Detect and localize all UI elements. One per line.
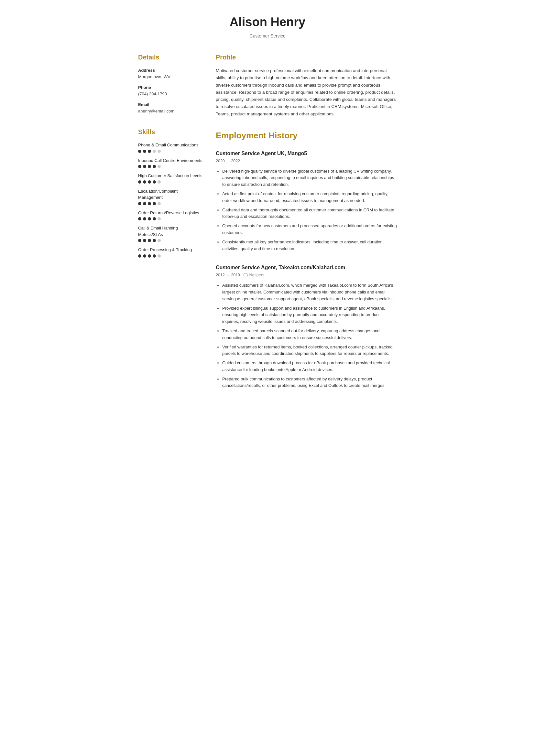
skill-name: Escalation/Complaint Management xyxy=(138,188,203,201)
job-period: 2012 — 2019 xyxy=(216,272,240,278)
jobs-container: Customer Service Agent UK, Mango52020 — … xyxy=(216,149,397,389)
skill-dot xyxy=(157,149,161,153)
skill-dot xyxy=(148,149,151,153)
job-meta: 2020 — 2022 xyxy=(216,158,397,164)
skill-dot xyxy=(148,217,151,220)
skill-dot xyxy=(157,202,161,205)
skill-dots xyxy=(138,149,203,153)
profile-title: Profile xyxy=(216,52,397,62)
skill-dot xyxy=(148,202,151,205)
skill-dot xyxy=(153,165,156,168)
job-bullets: Assisted customers of Kalahari.com, whic… xyxy=(216,282,397,389)
job-bullet: Guided customers through download proces… xyxy=(222,360,397,373)
job-bullet: Gathered data and thoroughly documented … xyxy=(222,207,397,220)
job-bullet: Opened accounts for new customers and pr… xyxy=(222,223,397,236)
resume-page: Alison Henry Customer Service Details Ad… xyxy=(122,0,413,414)
skill-dot xyxy=(157,255,161,257)
detail-phone: Phone (704) 394-1793 xyxy=(138,84,203,97)
detail-address-label: Address xyxy=(138,67,203,74)
skill-item: Phone & Email Communications xyxy=(138,142,203,153)
skill-item: High Customer Satisfaction Levels xyxy=(138,173,203,184)
job-bullets: Delivered high-quality service to divers… xyxy=(216,168,397,253)
job-meta: 2012 — 2019◯ Naspers xyxy=(216,272,397,278)
skill-dots xyxy=(138,180,203,184)
skill-dot xyxy=(143,180,146,184)
details-title: Details xyxy=(138,52,203,62)
skill-dot xyxy=(157,239,161,242)
skill-dot xyxy=(157,165,161,168)
skill-dot xyxy=(153,255,156,257)
skill-dot xyxy=(153,239,156,242)
details-section: Details Address Morgantown, WV Phone (70… xyxy=(138,52,203,114)
company-badge: ◯ Naspers xyxy=(243,272,264,278)
skill-dot xyxy=(138,217,141,220)
job-bullet: Consistently met all key performance ind… xyxy=(222,239,397,253)
skill-dot xyxy=(138,180,141,184)
skill-dot xyxy=(153,149,156,153)
header: Alison Henry Customer Service xyxy=(138,13,397,40)
job-item: Customer Service Agent, Takealot.com/Kal… xyxy=(216,264,397,389)
job-item: Customer Service Agent UK, Mango52020 — … xyxy=(216,149,397,253)
skill-dot xyxy=(148,239,151,242)
skills-title: Skills xyxy=(138,127,203,137)
skill-dot xyxy=(138,239,141,242)
skill-dot xyxy=(148,255,151,257)
skill-name: Order Returns/Reverse Logistics xyxy=(138,210,203,216)
right-column: Profile Motivated customer service profe… xyxy=(216,52,397,401)
skill-dots xyxy=(138,217,203,220)
profile-text: Motivated customer service professional … xyxy=(216,67,397,118)
skill-dot xyxy=(143,255,146,257)
skill-dot xyxy=(138,202,141,205)
detail-email-value: ahenry@email.com xyxy=(138,108,203,114)
skill-item: Order Returns/Reverse Logistics xyxy=(138,210,203,221)
profile-section: Profile Motivated customer service profe… xyxy=(216,52,397,118)
skill-dot xyxy=(143,217,146,220)
detail-email: Email ahenry@email.com xyxy=(138,101,203,114)
skills-section: Skills Phone & Email CommunicationsInbou… xyxy=(138,127,203,257)
skill-dots xyxy=(138,255,203,257)
skill-name: Call & Email Handing Metrics/SLAs xyxy=(138,225,203,237)
detail-address-value: Morgantown, WV xyxy=(138,74,203,80)
job-title: Customer Service Agent, Takealot.com/Kal… xyxy=(216,264,397,272)
candidate-name: Alison Henry xyxy=(138,13,397,31)
skill-item: Escalation/Complaint Management xyxy=(138,188,203,205)
skill-dot xyxy=(157,180,161,184)
skill-dot xyxy=(153,180,156,184)
job-bullet: Provided expert bilingual support and as… xyxy=(222,305,397,325)
skill-name: Phone & Email Communications xyxy=(138,142,203,148)
skill-dot xyxy=(143,149,146,153)
skill-dots xyxy=(138,165,203,168)
skill-dot xyxy=(148,180,151,184)
skill-dot xyxy=(157,217,161,220)
job-bullet: Acted as first point-of-contact for reso… xyxy=(222,191,397,204)
job-period: 2020 — 2022 xyxy=(216,158,240,164)
job-bullet: Verified warranties for returned items, … xyxy=(222,344,397,358)
job-title: Customer Service Agent UK, Mango5 xyxy=(216,149,397,157)
detail-phone-label: Phone xyxy=(138,84,203,91)
skill-name: High Customer Satisfaction Levels xyxy=(138,173,203,179)
skills-container: Phone & Email CommunicationsInbound Call… xyxy=(138,142,203,257)
skill-dot xyxy=(138,255,141,257)
job-bullet: Assisted customers of Kalahari.com, whic… xyxy=(222,282,397,302)
skill-dot xyxy=(143,202,146,205)
skill-dot xyxy=(143,239,146,242)
detail-email-label: Email xyxy=(138,101,203,108)
skill-dot xyxy=(138,149,141,153)
skill-name: Inbound Call Centre Environments xyxy=(138,157,203,164)
candidate-subtitle: Customer Service xyxy=(138,33,397,40)
skill-dot xyxy=(143,165,146,168)
employment-title: Employment History xyxy=(216,129,397,142)
main-content: Details Address Morgantown, WV Phone (70… xyxy=(138,52,397,401)
skill-dot xyxy=(138,165,141,168)
skill-dots xyxy=(138,202,203,205)
detail-phone-value: (704) 394-1793 xyxy=(138,91,203,97)
skill-dots xyxy=(138,239,203,242)
skill-item: Call & Email Handing Metrics/SLAs xyxy=(138,225,203,242)
employment-section: Employment History Customer Service Agen… xyxy=(216,129,397,389)
job-bullet: Prepared bulk communications to customer… xyxy=(222,376,397,390)
skill-dot xyxy=(153,217,156,220)
left-column: Details Address Morgantown, WV Phone (70… xyxy=(138,52,203,401)
skill-dot xyxy=(148,165,151,168)
skill-name: Order Processing & Tracking xyxy=(138,247,203,253)
job-bullet: Delivered high-quality service to divers… xyxy=(222,168,397,188)
